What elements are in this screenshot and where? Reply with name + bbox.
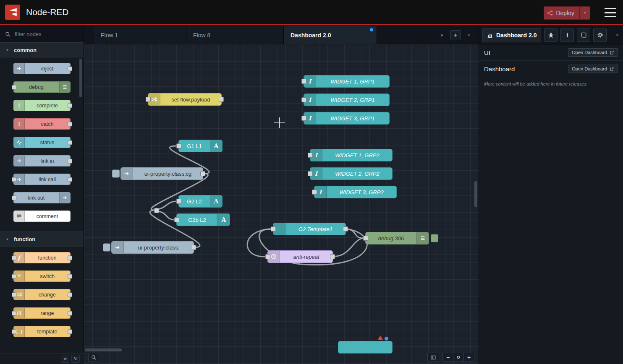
open-dashboard-button[interactable]: Open Dashboard xyxy=(568,65,618,73)
output-port[interactable] xyxy=(68,122,72,126)
tab-dashboard-2-0[interactable]: Dashboard 2.0 xyxy=(284,26,377,44)
output-port[interactable] xyxy=(68,274,72,278)
input-port[interactable] xyxy=(363,236,368,241)
wire[interactable] xyxy=(247,229,270,257)
palette-node-status[interactable]: status xyxy=(13,137,71,148)
flow-node-g1-l1[interactable]: G1 L1A xyxy=(178,140,222,152)
tab-flow-1[interactable]: Flow 1 xyxy=(94,26,186,44)
palette-node-link-out[interactable]: link out xyxy=(13,192,71,203)
input-port[interactable] xyxy=(308,171,313,176)
flow-menu-button[interactable] xyxy=(464,31,474,40)
palette-node-function[interactable]: ƒfunction xyxy=(13,252,71,263)
flow-node-widget-3-grp1[interactable]: IWIDGET 3, GRP1 xyxy=(304,112,390,125)
input-port[interactable] xyxy=(176,199,181,204)
palette-node-inject[interactable]: inject xyxy=(13,63,71,74)
palette-node-comment[interactable]: comment xyxy=(13,211,71,222)
output-port[interactable] xyxy=(68,103,72,108)
canvas-search-button[interactable] xyxy=(88,353,99,362)
flow-node-set-flow-payload[interactable]: set flow.payload xyxy=(148,93,222,106)
sidebar-tab-help[interactable] xyxy=(577,29,590,42)
flow-node-widget-1-grp2[interactable]: IWIDGET 1, GRP2 xyxy=(310,149,393,161)
output-port[interactable] xyxy=(68,292,72,297)
tab-flow-8[interactable]: Flow 8 xyxy=(186,26,284,44)
input-port[interactable] xyxy=(301,79,306,84)
palette-scrollbar[interactable] xyxy=(79,59,82,97)
add-flow-button[interactable] xyxy=(450,30,461,40)
canvas-vertical-scrollbar[interactable] xyxy=(474,181,477,207)
input-port[interactable] xyxy=(12,255,16,260)
node-action-button[interactable] xyxy=(103,244,110,252)
wire[interactable] xyxy=(158,211,174,220)
input-port[interactable] xyxy=(12,311,16,315)
open-dashboard-ui-button[interactable]: Open Dashboard xyxy=(568,48,618,57)
debug-toggle-button[interactable] xyxy=(431,234,438,242)
flow-node-widget-2-grp2[interactable]: IWIDGET 2, GRP2 xyxy=(310,167,393,180)
flow-node-ui-property-2[interactable]: ui-property:class: xyxy=(111,241,194,254)
input-port[interactable] xyxy=(12,274,16,278)
palette-node-catch[interactable]: catch xyxy=(13,118,71,130)
zoom-in-button[interactable]: + xyxy=(463,353,474,361)
flow-node-partial-widget[interactable] xyxy=(338,341,393,354)
wire[interactable] xyxy=(333,238,363,257)
flow-node-debug-306[interactable]: debug 306 xyxy=(365,232,429,244)
palette-node-switch[interactable]: switch xyxy=(13,270,71,282)
navigator-button[interactable] xyxy=(427,353,439,362)
palette-category-function[interactable]: function xyxy=(0,231,84,247)
flow-node-widget-3-grp2[interactable]: IWIDGET 3, GRP2 xyxy=(314,186,397,198)
palette-node-range[interactable]: range xyxy=(13,307,71,319)
output-port[interactable] xyxy=(200,171,205,176)
output-port[interactable] xyxy=(68,329,72,334)
flow-node-g2-l2[interactable]: G2 L2A xyxy=(178,195,222,208)
flow-node-ui-property-cg[interactable]: ui-property:class:cg xyxy=(120,167,203,180)
flow-node-widget-2-grp1[interactable]: IWIDGET 2, GRP1 xyxy=(304,94,390,106)
output-port[interactable] xyxy=(68,311,72,315)
input-port[interactable] xyxy=(308,153,313,158)
input-port[interactable] xyxy=(174,217,179,222)
output-port[interactable] xyxy=(219,97,224,102)
list-flows-button[interactable] xyxy=(437,31,447,40)
input-port[interactable] xyxy=(12,177,16,182)
input-port[interactable] xyxy=(312,190,317,195)
flow-node-anti-repeat[interactable]: anti-repeat xyxy=(267,250,333,263)
input-port[interactable] xyxy=(12,195,16,200)
input-port[interactable] xyxy=(271,226,276,231)
sidebar-tab-dashboard[interactable]: Dashboard 2.0 xyxy=(482,28,541,42)
input-port[interactable] xyxy=(146,97,151,102)
output-port[interactable] xyxy=(330,254,335,259)
input-port[interactable] xyxy=(265,254,270,259)
output-port[interactable] xyxy=(68,177,72,182)
main-menu-button[interactable] xyxy=(605,8,616,18)
output-port[interactable] xyxy=(68,255,72,260)
input-port[interactable] xyxy=(301,97,306,102)
wire-junction[interactable] xyxy=(154,208,159,213)
canvas-horizontal-scrollbar[interactable] xyxy=(85,348,122,351)
zoom-reset-button[interactable] xyxy=(453,353,463,361)
palette-category-common[interactable]: common xyxy=(0,42,84,57)
output-port[interactable] xyxy=(191,245,196,250)
flow-node-g2-template1[interactable]: G2 Template1 xyxy=(273,223,346,235)
output-port[interactable] xyxy=(68,159,72,163)
output-port[interactable] xyxy=(68,66,72,71)
flow-canvas[interactable]: set flow.payloadIWIDGET 1, GRP1IWIDGET 2… xyxy=(84,44,479,364)
wire[interactable] xyxy=(346,229,363,238)
deploy-options-button[interactable] xyxy=(579,7,590,19)
node-action-button[interactable] xyxy=(112,170,120,178)
output-port[interactable] xyxy=(343,226,348,231)
collapse-categories-button[interactable] xyxy=(61,355,69,363)
deploy-button[interactable]: Deploy xyxy=(544,6,590,20)
sidebar-tab-debug[interactable] xyxy=(544,29,558,42)
expand-categories-button[interactable] xyxy=(71,355,80,363)
output-port[interactable] xyxy=(68,140,72,145)
input-port[interactable] xyxy=(301,116,306,121)
zoom-out-button[interactable]: − xyxy=(443,353,453,361)
input-port[interactable] xyxy=(12,329,16,334)
sidebar-tab-info[interactable]: i xyxy=(560,29,574,42)
flow-node-widget-1-grp1[interactable]: IWIDGET 1, GRP1 xyxy=(304,75,390,88)
palette-node-link-call[interactable]: link call xyxy=(13,174,71,185)
filter-nodes-input[interactable] xyxy=(14,31,74,38)
flow-node-g2b-l2[interactable]: G2b L2A xyxy=(176,213,230,226)
input-port[interactable] xyxy=(12,292,16,297)
input-port[interactable] xyxy=(176,143,181,148)
sidebar-menu-button[interactable] xyxy=(615,33,620,38)
palette-node-complete[interactable]: complete xyxy=(13,100,71,111)
